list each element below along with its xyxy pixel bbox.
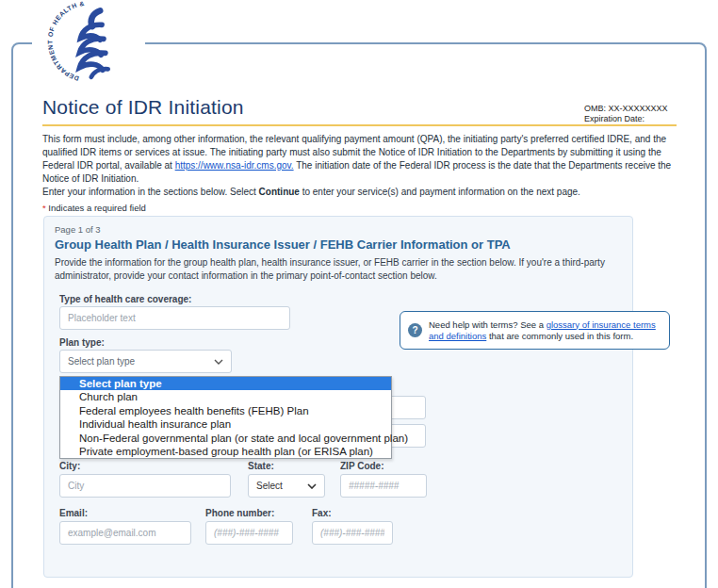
zip-code-label: ZIP Code: [340,461,383,471]
fax-input[interactable] [312,521,393,545]
page: DEPARTMENT OF HEALTH & HUMAN SERVICES·US… [0,0,718,588]
question-mark-icon: ? [408,323,422,337]
page-indicator: Page 1 of 3 [55,224,101,235]
phone-number-input[interactable] [205,521,293,545]
chevron-down-icon [307,483,317,489]
fax-label: Fax: [312,508,332,518]
plan-type-option-1[interactable]: Church plan [60,390,391,403]
help-text-before: Need help with terms? See a [429,319,547,330]
plan-type-option-4[interactable]: Non-Federal governmental plan (or state … [60,432,391,445]
email-input[interactable] [59,521,191,545]
idr-portal-link[interactable]: https://www.nsa-idr.cms.gov. [175,160,294,171]
state-select[interactable]: Select [248,474,325,498]
instructions-after: to enter your service(s) and payment inf… [300,187,580,197]
plan-type-option-3[interactable]: Individual health insurance plan [60,417,391,431]
required-text: Indicates a required field [46,203,146,213]
section-title: Group Health Plan / Health Insurance Iss… [55,237,620,252]
continue-keyword: Continue [259,187,300,197]
hhs-logo: DEPARTMENT OF HEALTH & HUMAN SERVICES·US… [32,0,145,89]
instructions-text: Enter your information in the sections b… [42,186,677,199]
phone-number-label: Phone number: [205,508,274,518]
intro-paragraph: This form must include, among other info… [42,133,677,186]
hhs-eagle-icon: DEPARTMENT OF HEALTH & HUMAN SERVICES·US… [32,0,145,89]
gold-divider [42,124,677,126]
required-field-note: * Indicates a required field [42,203,419,213]
plan-type-option-0[interactable]: Select plan type [60,377,391,390]
omb-expiration: Expiration Date: [584,114,668,124]
section-description: Provide the information for the group he… [55,256,624,283]
plan-type-selected-value: Select plan type [68,356,135,367]
coverage-type-label: Type of health care coverage: [59,294,191,304]
omb-block: OMB: XX-XXXXXXXX Expiration Date: [584,104,668,124]
state-selected-value: Select [256,481,283,491]
coverage-type-input[interactable] [59,306,290,330]
plan-type-option-5[interactable]: Private employment-based group health pl… [60,445,391,458]
zip-code-input[interactable] [340,474,427,498]
state-label: State: [248,461,274,471]
help-box: ? Need help with terms? See a glossary o… [400,311,670,350]
plan-type-dropdown: Select plan type Church plan Federal emp… [59,376,392,459]
help-text-after: that are commonly used in this form. [486,331,633,341]
help-text: Need help with terms? See a glossary of … [429,319,661,342]
instructions-before: Enter your information in the sections b… [42,187,259,197]
page-title: Notice of IDR Initiation [42,96,244,119]
city-label: City: [59,461,80,471]
plan-type-label: Plan type: [59,337,105,348]
city-input[interactable] [59,474,231,498]
email-label: Email: [59,508,88,518]
plan-type-option-2[interactable]: Federal employees health benefits (FEHB)… [60,404,391,417]
chevron-down-icon [214,359,223,365]
omb-number: OMB: XX-XXXXXXXX [584,104,668,114]
plan-type-select[interactable]: Select plan type [59,350,232,373]
